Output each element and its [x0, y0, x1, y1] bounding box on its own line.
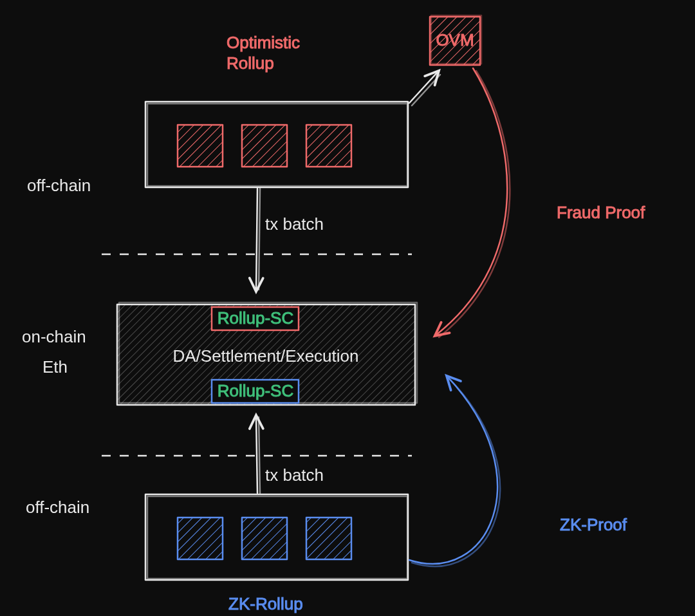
svg-rect-5 — [178, 125, 223, 167]
zk-tx-block — [242, 518, 287, 559]
svg-rect-23 — [178, 518, 223, 559]
svg-rect-9 — [306, 125, 351, 167]
zk-proof-arrow — [409, 377, 500, 566]
optimistic-rollup-container — [145, 102, 408, 187]
zk-tx-block — [178, 518, 223, 559]
arrow-txbatch-top — [256, 189, 260, 290]
eth-settlement-box: Rollup-SC DA/Settlement/Execution Rollup… — [117, 303, 417, 405]
zk-rollup-title: ZK-Rollup — [228, 594, 303, 613]
fraud-proof-label: Fraud Proof — [557, 203, 645, 222]
rollup-sc-top: Rollup-SC — [212, 307, 299, 330]
optimistic-tx-block — [242, 125, 287, 167]
arrow-txbatch-bottom — [256, 417, 260, 493]
optimistic-rollup-title-line2: Rollup — [227, 53, 274, 73]
ovm-box: OVM — [430, 15, 481, 65]
optimistic-tx-block — [306, 125, 351, 167]
zk-proof-label: ZK-Proof — [560, 515, 627, 534]
off-chain-label-top: off-chain — [27, 176, 91, 195]
fraud-proof-arrow — [436, 68, 510, 337]
off-chain-label-bottom: off-chain — [26, 498, 89, 517]
optimistic-tx-block — [178, 125, 223, 167]
eth-main-label: DA/Settlement/Execution — [172, 346, 358, 366]
on-chain-label: on-chain — [22, 327, 86, 346]
svg-rect-27 — [306, 518, 351, 559]
rollup-sc-bottom-label: Rollup-SC — [218, 381, 294, 400]
rollup-sc-bottom: Rollup-SC — [212, 380, 299, 403]
arrow-optimistic-to-ovm — [409, 72, 440, 106]
svg-rect-25 — [242, 518, 287, 559]
zk-rollup-container — [145, 494, 408, 580]
label-txbatch-top: tx batch — [265, 214, 324, 234]
optimistic-rollup-title: Optimistic — [227, 33, 300, 52]
rollup-architecture-diagram: Optimistic Rollup off-chain OVM tx batch… — [0, 0, 695, 616]
svg-rect-7 — [242, 125, 287, 167]
eth-label: Eth — [42, 357, 68, 377]
zk-tx-block — [306, 518, 351, 559]
ovm-label: OVM — [436, 30, 474, 50]
label-txbatch-bottom: tx batch — [265, 465, 324, 485]
rollup-sc-top-label: Rollup-SC — [218, 308, 294, 328]
